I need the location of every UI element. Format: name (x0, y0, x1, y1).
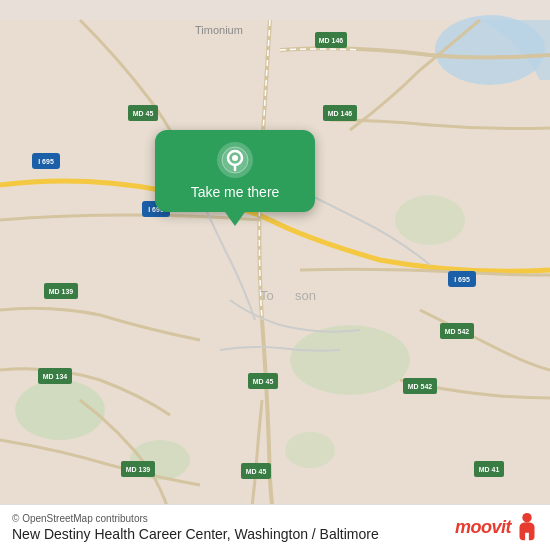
svg-point-42 (522, 513, 531, 522)
svg-point-40 (232, 155, 238, 161)
popup-bubble: Take me there (155, 130, 315, 212)
svg-text:MD 45: MD 45 (253, 378, 274, 385)
svg-text:MD 139: MD 139 (49, 288, 74, 295)
svg-text:MD 542: MD 542 (408, 383, 433, 390)
svg-point-6 (285, 432, 335, 468)
svg-text:I 695: I 695 (38, 158, 54, 165)
svg-text:MD 146: MD 146 (319, 37, 344, 44)
svg-text:MD 45: MD 45 (133, 110, 154, 117)
svg-text:To: To (260, 288, 274, 303)
svg-text:I 695: I 695 (454, 276, 470, 283)
map-container: I 695 I 695 I 695 MD 146 MD 45 MD 146 MD… (0, 0, 550, 550)
attribution-text: © OpenStreetMap contributors (12, 513, 148, 524)
moovit-logo: moovit (455, 512, 540, 542)
svg-text:son: son (295, 288, 316, 303)
location-popup: Take me there (155, 130, 315, 226)
svg-text:MD 146: MD 146 (328, 110, 353, 117)
svg-text:MD 542: MD 542 (445, 328, 470, 335)
svg-point-3 (290, 325, 410, 395)
place-name: New Destiny Health Career Center, Washin… (12, 526, 379, 542)
svg-text:MD 45: MD 45 (246, 468, 267, 475)
popup-tail (225, 212, 245, 226)
svg-text:MD 134: MD 134 (43, 373, 68, 380)
bottom-bar: © OpenStreetMap contributors New Destiny… (0, 504, 550, 550)
svg-text:MD 139: MD 139 (126, 466, 151, 473)
svg-text:MD 41: MD 41 (479, 466, 500, 473)
svg-point-4 (395, 195, 465, 245)
take-me-there-button[interactable]: Take me there (191, 184, 280, 200)
pin-icon (217, 142, 253, 178)
moovit-text: moovit (455, 517, 511, 538)
moovit-person-icon (514, 512, 540, 542)
svg-text:Timonium: Timonium (195, 24, 243, 36)
